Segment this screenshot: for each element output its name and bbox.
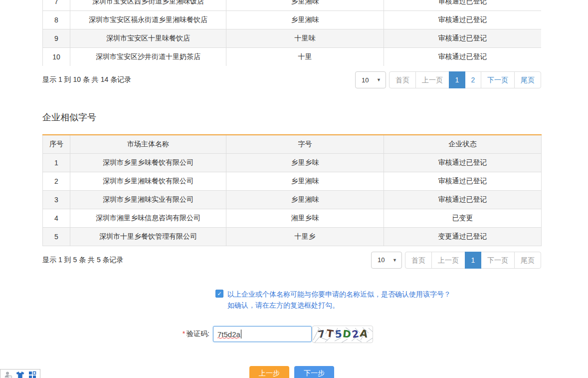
captcha-input-wrap [213, 326, 312, 342]
corner-toolbar [0, 369, 40, 378]
name-check-table-clipped: 7 深圳市宝安区西乡街道乡里湘味饭店 乡里湘味 审核通过已登记 8 深圳市宝安区… [42, 0, 541, 66]
pagination-controls: 10 ▼ 首页 上一页 1 下一页 尾页 [371, 252, 541, 269]
text-caret [241, 330, 241, 339]
row-no: 5 [43, 227, 70, 246]
page-size-select[interactable]: 10 ▼ [355, 71, 386, 88]
trade-name: 十里 [226, 48, 384, 66]
first-page-button[interactable]: 首页 [405, 252, 432, 269]
table-row: 4 深圳市湘里乡味信息咨询有限公司 湘里乡味 已变更 [43, 209, 542, 227]
table-header-row: 序号 市场主体名称 字号 企业状态 [43, 135, 542, 153]
records-summary: 显示 1 到 10 条 共 14 条记录 [42, 75, 131, 84]
confirm-line-1: 以上企业或个体名称可能与你要申请的名称近似，是否确认使用该字号？ [227, 289, 451, 300]
row-no: 10 [43, 48, 70, 66]
captcha-input[interactable] [213, 326, 312, 342]
header-name: 市场主体名称 [70, 135, 226, 153]
captcha-label-text: 验证码: [187, 330, 209, 338]
entity-name: 深圳市乡里湘味实业有限公司 [70, 190, 226, 209]
row-no: 1 [43, 153, 70, 172]
header-brand: 字号 [226, 135, 384, 153]
next-page-button[interactable]: 下一页 [481, 71, 515, 88]
confirm-line-2: 如确认，请在左方的复选框处打勾。 [227, 300, 451, 311]
page-size-value: 10 [378, 256, 385, 264]
entity-status: 已变更 [384, 209, 542, 227]
entity-status: 审核通过已登记 [384, 172, 542, 190]
entity-name: 深圳市十里乡餐饮管理有限公司 [70, 227, 226, 246]
prev-page-button[interactable]: 上一页 [415, 71, 449, 88]
similar-pagination: 显示 1 到 5 条 共 5 条记录 10 ▼ 首页 上一页 1 下一页 尾页 [42, 252, 541, 269]
entity-status: 审核通过已登记 [384, 29, 542, 48]
entity-status: 审核通过已登记 [384, 11, 542, 29]
trade-name: 十里味 [226, 29, 384, 48]
trade-name: 乡里湘味 [226, 172, 384, 190]
table-row: 10 深圳市宝安区沙井街道十里奶茶店 十里 审核通过已登记 [43, 48, 542, 66]
confirm-text: 以上企业或个体名称可能与你要申请的名称近似，是否确认使用该字号？ 如确认，请在左… [227, 289, 451, 311]
trade-name: 湘里乡味 [226, 209, 384, 227]
trade-name: 十里乡 [226, 227, 384, 246]
last-page-button[interactable]: 尾页 [514, 71, 541, 88]
name-check-table: 7 深圳市宝安区西乡街道乡里湘味饭店 乡里湘味 审核通过已登记 8 深圳市宝安区… [42, 0, 541, 66]
next-page-button[interactable]: 下一页 [481, 252, 515, 269]
prev-page-button[interactable]: 上一页 [431, 252, 465, 269]
row-no: 8 [43, 11, 70, 29]
captcha-image[interactable]: 7 T 5 D 2 A [312, 326, 373, 343]
page-button-group: 首页 上一页 1 下一页 尾页 [405, 252, 541, 269]
captcha-label: *验证码: [42, 330, 209, 339]
trade-name: 乡里湘味 [226, 0, 384, 11]
captcha-row: *验证码: 7 T 5 [42, 326, 541, 343]
step-actions: 上一步 下一步 [42, 366, 541, 378]
page-size-select[interactable]: 10 ▼ [371, 252, 402, 269]
page-1-button[interactable]: 1 [465, 252, 481, 269]
confirm-block: ✓ 以上企业或个体名称可能与你要申请的名称近似，是否确认使用该字号？ 如确认，请… [42, 289, 541, 311]
table-row: 1 深圳市乡里乡味餐饮有限公司 乡里乡味 审核通过已登记 [43, 153, 542, 172]
row-no: 7 [43, 0, 70, 11]
table-row: 7 深圳市宝安区西乡街道乡里湘味饭店 乡里湘味 审核通过已登记 [43, 0, 542, 11]
entity-name: 深圳市宝安区西乡街道乡里湘味饭店 [70, 0, 226, 11]
top-pagination: 显示 1 到 10 条 共 14 条记录 10 ▼ 首页 上一页 1 2 下一页… [42, 71, 541, 88]
row-no: 3 [43, 190, 70, 209]
confirm-checkbox[interactable]: ✓ [215, 290, 223, 298]
required-asterisk: * [183, 330, 185, 338]
records-summary: 显示 1 到 5 条 共 5 条记录 [42, 256, 124, 265]
entity-name: 深圳市宝安区十里味餐饮店 [70, 29, 226, 48]
trade-name: 乡里湘味 [226, 190, 384, 209]
entity-status: 变更通过已登记 [384, 227, 542, 246]
entity-status: 审核通过已登记 [384, 0, 542, 11]
next-step-button[interactable]: 下一步 [294, 366, 334, 378]
captcha-characters: 7 T 5 D 2 A [317, 328, 368, 340]
tshirt-icon[interactable] [16, 371, 24, 378]
previous-step-button[interactable]: 上一步 [249, 366, 289, 378]
header-status: 企业状态 [384, 135, 542, 153]
entity-name: 深圳市宝安区福永街道乡里湘味餐饮店 [70, 11, 226, 29]
table-row: 8 深圳市宝安区福永街道乡里湘味餐饮店 乡里湘味 审核通过已登记 [43, 11, 542, 29]
captcha-char: A [359, 327, 369, 341]
page-button-group: 首页 上一页 1 2 下一页 尾页 [389, 71, 541, 88]
entity-name: 深圳市湘里乡味信息咨询有限公司 [70, 209, 226, 227]
person-icon[interactable] [4, 371, 12, 378]
table-row: 5 深圳市十里乡餐饮管理有限公司 十里乡 变更通过已登记 [43, 227, 542, 246]
similar-names-table: 序号 市场主体名称 字号 企业状态 1 深圳市乡里乡味餐饮有限公司 乡里乡味 审… [42, 134, 542, 246]
page-content: 7 深圳市宝安区西乡街道乡里湘味饭店 乡里湘味 审核通过已登记 8 深圳市宝安区… [42, 0, 541, 378]
row-no: 9 [43, 29, 70, 48]
grid-icon[interactable] [28, 371, 36, 378]
page-size-value: 10 [362, 76, 369, 84]
trade-name: 乡里乡味 [226, 153, 384, 172]
check-icon: ✓ [217, 291, 221, 297]
first-page-button[interactable]: 首页 [389, 71, 416, 88]
caret-down-icon: ▼ [377, 77, 381, 82]
entity-status: 审核通过已登记 [384, 153, 542, 172]
table-row: 3 深圳市乡里湘味实业有限公司 乡里湘味 审核通过已登记 [43, 190, 542, 209]
row-no: 4 [43, 209, 70, 227]
row-no: 2 [43, 172, 70, 190]
page-2-button[interactable]: 2 [465, 71, 481, 88]
section-title: 企业相似字号 [42, 111, 541, 123]
spellcheck-squiggle [217, 337, 240, 339]
header-no: 序号 [43, 135, 70, 153]
caret-down-icon: ▼ [392, 258, 397, 263]
last-page-button[interactable]: 尾页 [514, 252, 541, 269]
entity-status: 审核通过已登记 [384, 48, 542, 66]
entity-name: 深圳市宝安区沙井街道十里奶茶店 [70, 48, 226, 66]
table-row: 2 深圳市乡里湘味餐饮有限公司 乡里湘味 审核通过已登记 [43, 172, 542, 190]
page-1-button[interactable]: 1 [449, 71, 465, 88]
entity-name: 深圳市乡里湘味餐饮有限公司 [70, 172, 226, 190]
entity-status: 审核通过已登记 [384, 190, 542, 209]
